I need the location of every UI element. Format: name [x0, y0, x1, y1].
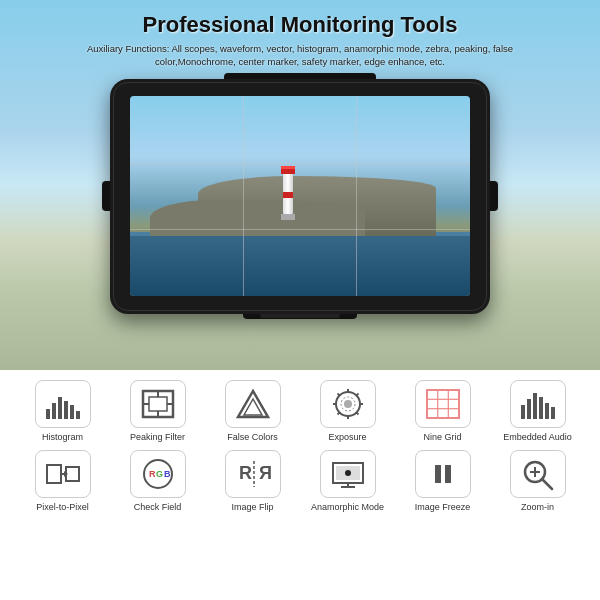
icon-box-image-flip: R R: [225, 450, 281, 498]
camera-device: [110, 79, 490, 314]
bottom-section: Histogram Peaking Filter: [0, 370, 600, 600]
camera-right-bump: [490, 181, 498, 211]
svg-point-24: [344, 400, 352, 408]
svg-rect-4: [70, 405, 74, 419]
pixel-to-pixel-icon: [44, 457, 82, 491]
icon-box-anamorphic-mode: [320, 450, 376, 498]
svg-rect-2: [58, 397, 62, 419]
icon-box-histogram: [35, 380, 91, 428]
peaking-filter-label: Peaking Filter: [130, 432, 185, 444]
svg-rect-0: [46, 409, 50, 419]
embedded-audio-label: Embedded Audio: [503, 432, 572, 444]
camera-top-bump: [224, 73, 376, 79]
icon-item-image-flip: R R Image Flip: [213, 450, 293, 514]
nine-grid-icon: [424, 387, 462, 421]
svg-line-19: [337, 394, 339, 396]
camera-screen: [130, 96, 470, 296]
svg-line-56: [542, 479, 552, 489]
svg-rect-5: [76, 411, 80, 419]
icon-box-check-field: R G B: [130, 450, 186, 498]
false-colors-icon: [234, 387, 272, 421]
check-field-icon: R G B: [139, 457, 177, 491]
icons-row-2: Pixel-to-Pixel R G B Check Field: [15, 450, 585, 514]
false-colors-label: False Colors: [227, 432, 278, 444]
svg-marker-12: [238, 391, 268, 417]
image-flip-icon: R R: [234, 457, 272, 491]
camera-bottom-bump: [243, 314, 357, 319]
svg-line-22: [337, 412, 339, 414]
icon-box-false-colors: [225, 380, 281, 428]
icon-item-check-field: R G B Check Field: [118, 450, 198, 514]
svg-rect-7: [149, 397, 167, 411]
icon-item-peaking-filter: Peaking Filter: [118, 380, 198, 444]
svg-rect-32: [533, 393, 537, 419]
svg-rect-30: [521, 405, 525, 419]
anamorphic-mode-label: Anamorphic Mode: [311, 502, 384, 514]
icon-item-image-freeze: Image Freeze: [403, 450, 483, 514]
icon-box-nine-grid: [415, 380, 471, 428]
icon-box-pixel-to-pixel: [35, 450, 91, 498]
svg-rect-25: [427, 390, 459, 418]
exposure-label: Exposure: [328, 432, 366, 444]
svg-text:G: G: [156, 469, 163, 479]
icon-item-nine-grid: Nine Grid: [403, 380, 483, 444]
svg-rect-36: [47, 465, 61, 483]
icon-item-embedded-audio: Embedded Audio: [498, 380, 578, 444]
icon-item-pixel-to-pixel: Pixel-to-Pixel: [23, 450, 103, 514]
svg-rect-31: [527, 399, 531, 419]
icon-item-anamorphic-mode: Anamorphic Mode: [308, 450, 388, 514]
page: Professional Monitoring Tools Auxiliary …: [0, 0, 600, 600]
svg-rect-33: [539, 397, 543, 419]
image-flip-label: Image Flip: [231, 502, 273, 514]
icon-box-image-freeze: [415, 450, 471, 498]
svg-text:R: R: [239, 463, 252, 483]
svg-rect-34: [545, 403, 549, 419]
icons-row-1: Histogram Peaking Filter: [15, 380, 585, 444]
image-freeze-label: Image Freeze: [415, 502, 471, 514]
svg-line-21: [356, 394, 358, 396]
zoom-in-label: Zoom-in: [521, 502, 554, 514]
grid-overlay: [130, 96, 470, 296]
camera-left-bump: [102, 181, 110, 211]
header-text: Professional Monitoring Tools Auxiliary …: [50, 0, 550, 69]
zoom-in-icon: [519, 457, 557, 491]
svg-rect-53: [435, 465, 441, 483]
icon-item-exposure: Exposure: [308, 380, 388, 444]
peaking-filter-icon: [139, 387, 177, 421]
svg-text:B: B: [164, 469, 171, 479]
exposure-icon: [329, 387, 367, 421]
icon-box-embedded-audio: [510, 380, 566, 428]
svg-rect-35: [551, 407, 555, 419]
histogram-icon: [44, 387, 82, 421]
svg-rect-54: [445, 465, 451, 483]
icon-box-peaking-filter: [130, 380, 186, 428]
svg-rect-3: [64, 401, 68, 419]
svg-text:R: R: [259, 463, 272, 483]
svg-line-20: [356, 412, 358, 414]
icon-item-false-colors: False Colors: [213, 380, 293, 444]
main-title: Professional Monitoring Tools: [50, 12, 550, 38]
histogram-label: Histogram: [42, 432, 83, 444]
nine-grid-label: Nine Grid: [423, 432, 461, 444]
top-section: Professional Monitoring Tools Auxiliary …: [0, 0, 600, 370]
icon-item-zoom-in: Zoom-in: [498, 450, 578, 514]
svg-text:R: R: [149, 469, 156, 479]
image-freeze-icon: [424, 457, 462, 491]
subtitle: Auxiliary Functions: All scopes, wavefor…: [50, 42, 550, 69]
pixel-to-pixel-label: Pixel-to-Pixel: [36, 502, 89, 514]
embedded-audio-icon: [519, 387, 557, 421]
anamorphic-mode-icon: [329, 457, 367, 491]
icon-item-histogram: Histogram: [23, 380, 103, 444]
scene: [130, 96, 470, 296]
check-field-label: Check Field: [134, 502, 182, 514]
svg-point-49: [345, 470, 351, 476]
svg-rect-1: [52, 403, 56, 419]
icon-box-zoom-in: [510, 450, 566, 498]
icon-box-exposure: [320, 380, 376, 428]
